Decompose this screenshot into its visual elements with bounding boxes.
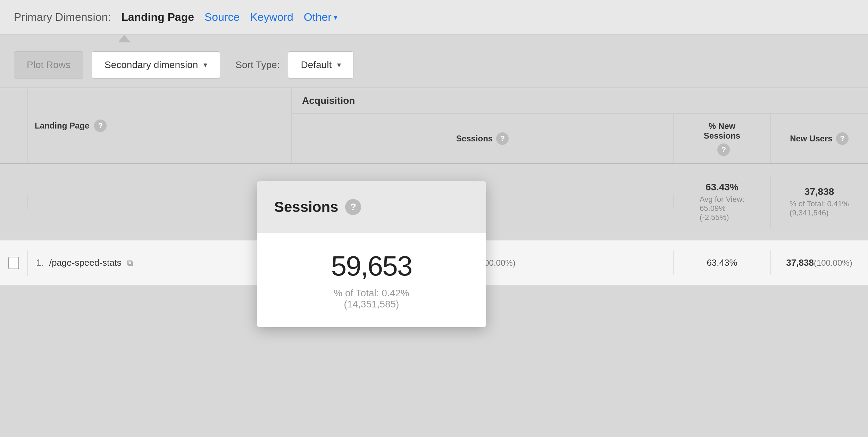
row-number: 1. [36, 257, 44, 268]
sessions-help-icon[interactable]: ? [496, 132, 509, 145]
tooltip-title: Sessions [274, 199, 338, 215]
table-header: Landing Page ? Acquisition Sessions ? % … [0, 88, 868, 164]
summary-new-users-pct: % of Total: 0.41%(9,341,546) [790, 199, 849, 217]
source-link[interactable]: Source [205, 11, 240, 24]
arrow-up-icon [118, 35, 131, 42]
secondary-dimension-label: Secondary dimension [105, 59, 198, 71]
new-users-help-icon[interactable]: ? [836, 132, 849, 145]
row-pct-new-sessions-cell: 63.43% [674, 250, 771, 275]
data-table: Landing Page ? Acquisition Sessions ? % … [0, 88, 868, 286]
tooltip-body: 59,653 % of Total: 0.42%(14,351,585) [257, 233, 486, 327]
tooltip-sub-text: % of Total: 0.42%(14,351,585) [334, 288, 409, 310]
row-new-users-pct: (100.00%) [814, 258, 852, 268]
summary-pct-new-val: 63.43% [706, 182, 738, 193]
sort-default-label: Default [301, 59, 332, 71]
summary-pct-new-sessions-cell: 63.43% Avg for View:65.09%(-2.55%) [674, 175, 771, 229]
primary-dimension-value: Landing Page [121, 11, 194, 24]
row-new-users-cell: 37,838 (100.00%) [771, 250, 868, 275]
tooltip-main-value: 59,653 [331, 250, 412, 282]
keyword-link[interactable]: Keyword [250, 11, 293, 24]
acquisition-header-label: Acquisition [292, 88, 868, 114]
th-sessions-label: Sessions [456, 134, 493, 143]
summary-pct-new-avg: Avg for View:65.09%(-2.55%) [700, 195, 744, 222]
other-label: Other [304, 11, 332, 24]
row-checkbox[interactable] [8, 257, 19, 269]
th-sub-cells: Sessions ? % NewSessions ? New Users ? [292, 114, 868, 163]
secondary-dimension-chevron: ▾ [203, 60, 207, 69]
row-new-users-val: 37,838 [786, 257, 814, 268]
th-pct-new-sessions: % NewSessions ? [674, 114, 771, 163]
sort-default-button[interactable]: Default ▾ [288, 51, 354, 79]
th-new-users: New Users ? [771, 114, 868, 163]
th-new-users-label: New Users [790, 134, 833, 143]
sort-default-chevron: ▾ [337, 60, 341, 69]
th-landing-page-label: Landing Page [35, 121, 89, 131]
copy-icon[interactable]: ⧉ [127, 258, 133, 268]
summary-new-users-val: 37,838 [804, 186, 834, 197]
row-page-cell: 1. /page-speed-stats ⧉ [28, 250, 292, 275]
acquisition-group: Acquisition Sessions ? % NewSessions ? [292, 88, 868, 163]
summary-checkbox-cell [0, 195, 28, 209]
sort-type-label: Sort Type: [235, 59, 279, 71]
tooltip-help-icon[interactable]: ? [345, 199, 361, 215]
row-pct-new-val: 63.43% [707, 257, 737, 268]
toolbar: Plot Rows Secondary dimension ▾ Sort Typ… [0, 42, 868, 88]
th-checkbox [0, 88, 28, 163]
secondary-dimension-button[interactable]: Secondary dimension ▾ [92, 51, 220, 79]
pct-new-sessions-help-icon[interactable]: ? [717, 143, 730, 156]
primary-dimension-bar: Primary Dimension: Landing Page Source K… [0, 0, 868, 35]
arrow-indicator [0, 35, 868, 42]
other-dropdown-arrow: ▾ [334, 13, 337, 22]
primary-dimension-label: Primary Dimension: [14, 11, 111, 24]
summary-landing-page-cell [28, 195, 292, 209]
th-sessions: Sessions ? [292, 114, 674, 163]
row-checkbox-cell [0, 250, 28, 276]
landing-page-help-icon[interactable]: ? [94, 119, 107, 132]
summary-new-users-cell: 37,838 % of Total: 0.41%(9,341,546) [771, 179, 868, 224]
th-pct-new-sessions-label: % NewSessions [704, 121, 740, 141]
sessions-tooltip: Sessions ? 59,653 % of Total: 0.42%(14,3… [257, 181, 486, 327]
tooltip-header: Sessions ? [257, 181, 486, 233]
plot-rows-button[interactable]: Plot Rows [14, 51, 83, 79]
th-landing-page: Landing Page ? [28, 88, 292, 163]
other-dropdown[interactable]: Other ▾ [304, 11, 337, 24]
row-page-link[interactable]: /page-speed-stats [49, 257, 122, 268]
